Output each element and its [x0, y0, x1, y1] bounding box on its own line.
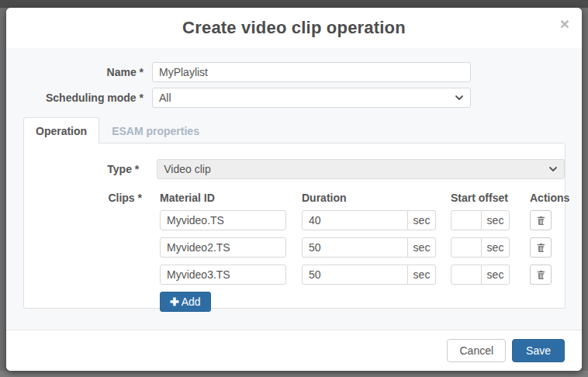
name-row: Name *	[6, 62, 582, 82]
save-button[interactable]: Save	[512, 339, 565, 362]
scheduling-mode-label: Scheduling mode *	[23, 92, 144, 104]
cancel-button[interactable]: Cancel	[447, 339, 506, 362]
duration-input[interactable]	[302, 237, 408, 258]
type-select[interactable]: Video clip	[157, 159, 565, 179]
column-header-material-id: Material ID	[160, 192, 286, 204]
scheduling-mode-select[interactable]: All	[152, 88, 471, 108]
delete-clip-button[interactable]	[530, 265, 552, 285]
clip-row: sec sec	[160, 237, 552, 258]
scheduling-mode-value: All	[159, 92, 171, 104]
dialog-body: Name * Scheduling mode * All Operation E…	[6, 48, 582, 330]
clips-section: Clips * Material ID Duration Start offse…	[40, 190, 565, 312]
clips-table-header: Material ID Duration Start offset Action…	[160, 192, 552, 204]
start-offset-input[interactable]	[451, 210, 482, 230]
type-value: Video clip	[164, 163, 210, 175]
tab-esam-properties[interactable]: ESAM properties	[99, 117, 212, 144]
column-header-actions: Actions	[530, 192, 552, 204]
start-offset-input[interactable]	[451, 265, 482, 285]
close-icon[interactable]: ×	[560, 16, 569, 32]
name-input[interactable]	[152, 62, 471, 82]
material-id-input[interactable]	[160, 237, 286, 258]
add-clip-label: Add	[182, 296, 201, 308]
chevron-down-icon	[455, 93, 464, 102]
offset-unit-label: sec	[482, 265, 510, 285]
add-clip-button[interactable]: ✚ Add	[160, 292, 211, 312]
create-video-clip-dialog: Create video clip operation × Name * Sch…	[6, 8, 582, 371]
clip-row: sec sec	[160, 210, 552, 230]
trash-icon	[536, 216, 546, 226]
duration-unit-label: sec	[408, 265, 436, 285]
column-header-start-offset: Start offset	[451, 192, 510, 204]
page-backdrop-top	[0, 0, 588, 8]
trash-icon	[536, 270, 546, 280]
dialog-footer: Cancel Save	[6, 330, 582, 371]
dialog-title: Create video clip operation	[182, 18, 406, 38]
delete-clip-button[interactable]	[530, 237, 552, 258]
start-offset-input[interactable]	[451, 237, 482, 258]
duration-unit-label: sec	[408, 237, 436, 258]
scheduling-mode-row: Scheduling mode * All	[6, 88, 582, 108]
material-id-input[interactable]	[160, 265, 286, 285]
clips-table: Material ID Duration Start offset Action…	[160, 190, 552, 312]
name-label: Name *	[23, 66, 144, 78]
plus-icon: ✚	[170, 296, 179, 308]
type-row: Type * Video clip	[40, 159, 565, 179]
clip-row: sec sec	[160, 265, 552, 285]
offset-unit-label: sec	[482, 210, 510, 230]
material-id-input[interactable]	[160, 210, 286, 230]
chevron-down-icon	[548, 164, 558, 174]
tab-operation[interactable]: Operation	[23, 117, 99, 144]
operation-tab-panel: Type * Video clip Clips * Material ID Du…	[23, 143, 566, 309]
column-header-duration: Duration	[302, 192, 436, 204]
type-label: Type *	[40, 163, 139, 175]
duration-input[interactable]	[302, 210, 408, 230]
delete-clip-button[interactable]	[530, 210, 552, 230]
duration-input[interactable]	[302, 265, 408, 285]
page-backdrop-bottom	[0, 371, 588, 377]
offset-unit-label: sec	[482, 237, 510, 258]
tab-bar: Operation ESAM properties	[6, 117, 582, 143]
trash-icon	[536, 243, 546, 253]
dialog-header: Create video clip operation ×	[6, 8, 582, 48]
duration-unit-label: sec	[408, 210, 436, 230]
clips-label: Clips *	[40, 192, 142, 204]
